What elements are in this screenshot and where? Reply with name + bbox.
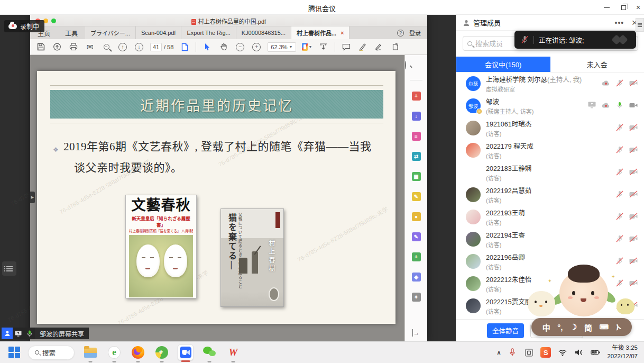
tab-close-icon[interactable]: × xyxy=(341,30,344,36)
login-button[interactable]: 登录 xyxy=(409,29,421,37)
taskbar-clock[interactable]: 午後 3:25 2022/12/07 xyxy=(607,344,638,360)
file-explorer-button[interactable] xyxy=(82,344,98,360)
tray-cast-icon[interactable] xyxy=(524,348,533,357)
member-row[interactable]: 2022193王萌(访客) xyxy=(456,206,644,228)
camera-icon[interactable] xyxy=(629,235,638,244)
convert-icon[interactable]: ⇄ xyxy=(412,152,421,161)
member-row[interactable]: 2022215贾文丽(访客) xyxy=(456,295,644,317)
select-cursor-icon[interactable] xyxy=(202,42,213,52)
member-row[interactable]: 2022179 程天成(访客) xyxy=(456,139,644,161)
hand-tool-icon[interactable] xyxy=(218,42,229,52)
tab-tools[interactable]: 工具 xyxy=(58,26,85,39)
close-button[interactable]: × xyxy=(631,2,644,13)
signature-icon[interactable]: ✎ xyxy=(412,232,421,241)
single-page-icon[interactable] xyxy=(179,42,190,52)
member-row[interactable]: 2022194王睿(访客) xyxy=(456,228,644,250)
tray-expand-icon[interactable]: ∧ xyxy=(496,349,501,356)
tab-active-doc[interactable]: 村上春树作品...× xyxy=(291,26,349,39)
mic-icon[interactable] xyxy=(616,102,623,111)
mic-status-icon[interactable] xyxy=(24,328,35,339)
mute-all-button[interactable]: 全体静音 xyxy=(487,323,524,338)
mic-icon[interactable] xyxy=(616,257,623,266)
save-icon[interactable] xyxy=(35,42,46,52)
signature-icon[interactable] xyxy=(374,42,384,52)
email-icon[interactable]: ✉ xyxy=(85,42,95,52)
member-icon[interactable] xyxy=(2,328,13,339)
print-plus-icon[interactable]: + xyxy=(412,252,421,261)
camera-icon[interactable] xyxy=(629,302,638,311)
tab-in-meeting[interactable]: 会议中(150) xyxy=(456,57,550,72)
camera-icon[interactable] xyxy=(629,146,638,155)
protect-icon[interactable]: ◈ xyxy=(412,273,421,282)
comment-icon[interactable] xyxy=(341,42,352,52)
collapse-sidebar-icon[interactable]: → xyxy=(404,329,427,337)
volume-icon[interactable] xyxy=(574,348,584,357)
ime-keyboard-icon[interactable]: ⌨ xyxy=(599,323,608,331)
mic-icon[interactable] xyxy=(616,146,623,155)
member-row[interactable]: 1921061时珺杰(访客) xyxy=(456,117,644,139)
organize-pages-icon[interactable]: ≡ xyxy=(412,132,421,141)
mic-icon[interactable] xyxy=(616,279,623,288)
tab-doc-2[interactable]: Export The Rig... xyxy=(181,26,236,39)
screen-share-icon[interactable] xyxy=(13,328,24,339)
mic-icon[interactable] xyxy=(616,124,623,133)
member-row[interactable]: 邹波邹波(联席主持人, 访客) xyxy=(456,95,644,117)
mic-icon[interactable] xyxy=(616,213,623,222)
mic-icon[interactable] xyxy=(616,79,623,88)
restore-button[interactable] xyxy=(617,2,630,13)
ime-lang-icon[interactable]: 中 xyxy=(542,322,550,333)
panel-side-handle[interactable] xyxy=(636,18,644,32)
tencent-meeting-button[interactable] xyxy=(178,344,194,360)
fit-page-icon[interactable]: ▼ xyxy=(302,42,312,52)
page-number-input[interactable]: 41 xyxy=(150,43,162,51)
mic-icon[interactable] xyxy=(616,168,623,177)
tab-doc-0[interactable]: プライバシー... xyxy=(85,26,136,39)
wifi-icon[interactable] xyxy=(558,348,567,357)
member-row[interactable]: 2022192吕慧茹(访客) xyxy=(456,184,644,206)
page-down-icon[interactable]: ↓ xyxy=(134,42,144,52)
zoom-search-icon[interactable] xyxy=(101,42,112,52)
camera-icon[interactable] xyxy=(629,190,638,199)
member-row[interactable]: 2022196岳卿(访客) xyxy=(456,250,644,273)
sogou-ime-toolbar[interactable]: 中°,☽简⌨Y xyxy=(531,318,632,336)
export-pdf-icon[interactable]: ↓ xyxy=(412,112,421,121)
highlight-icon[interactable] xyxy=(357,42,368,52)
ime-wrench-icon[interactable]: Y xyxy=(614,322,622,332)
ime-moon-icon[interactable]: ☽ xyxy=(570,322,577,332)
member-list[interactable]: 尔瑟上海建桥学院 刘尔瑟(主持人, 我)虚拟教研室邹波邹波(联席主持人, 访客)… xyxy=(456,72,644,319)
camera-icon[interactable] xyxy=(629,213,638,222)
mic-icon[interactable] xyxy=(616,235,623,244)
fit-width-icon[interactable] xyxy=(318,42,329,52)
start-button[interactable] xyxy=(8,347,20,358)
wechat-button[interactable] xyxy=(201,344,217,360)
create-pdf-icon[interactable]: + xyxy=(412,92,421,101)
camera-icon[interactable] xyxy=(629,79,638,88)
page-up-icon[interactable]: ↑ xyxy=(117,42,128,52)
ime-punct-icon[interactable]: °, xyxy=(557,323,563,332)
camera-icon[interactable] xyxy=(629,102,638,111)
taskbar-search[interactable]: 搜索 xyxy=(28,346,75,360)
battery-icon[interactable] xyxy=(591,348,600,357)
mic-icon[interactable] xyxy=(616,302,623,311)
tray-mic-icon[interactable] xyxy=(508,348,517,357)
tab-not-joined[interactable]: 未入会 xyxy=(550,57,644,72)
sogou-ime-icon[interactable]: S xyxy=(540,347,551,358)
camera-icon[interactable] xyxy=(629,279,638,288)
360-safe-button[interactable] xyxy=(154,344,170,360)
minimize-button[interactable] xyxy=(600,2,613,13)
zoom-out-icon[interactable]: − xyxy=(235,42,245,52)
help-icon[interactable]: ? xyxy=(397,30,404,37)
share-upload-icon[interactable] xyxy=(52,42,62,52)
wps-button[interactable]: W xyxy=(225,344,241,360)
ime-simplified-icon[interactable]: 简 xyxy=(584,322,592,333)
camera-icon[interactable] xyxy=(629,257,638,266)
comment-list-icon[interactable]: ● xyxy=(412,212,421,221)
camera-icon[interactable] xyxy=(629,124,638,133)
camera-icon[interactable] xyxy=(629,168,638,177)
mic-icon[interactable] xyxy=(616,190,623,199)
fill-sign-icon[interactable]: ✎ xyxy=(412,192,421,201)
zoom-level-select[interactable]: 62.3% ▼ xyxy=(268,42,296,52)
tools-icon[interactable]: ✦ xyxy=(412,293,421,302)
browser-360-button[interactable]: e xyxy=(106,344,122,360)
page-list-button[interactable] xyxy=(2,261,16,276)
